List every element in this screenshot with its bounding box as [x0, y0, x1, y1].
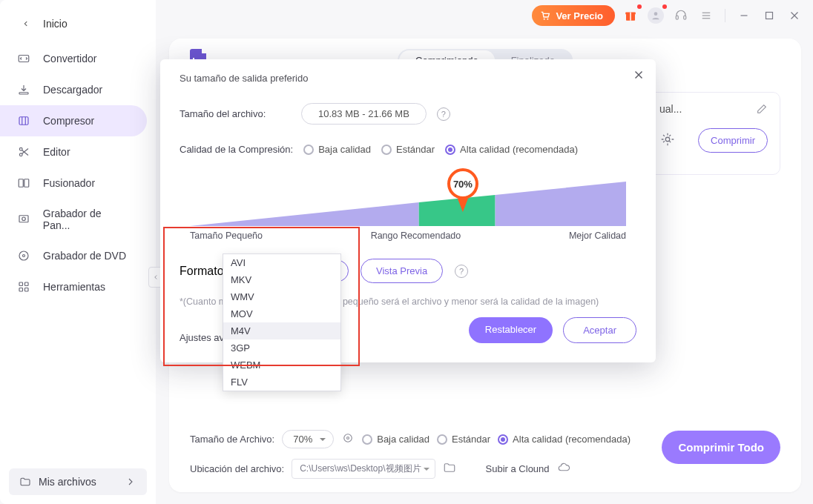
- output-card-title: ual...: [659, 103, 682, 115]
- nav-label: Convertidor: [43, 53, 96, 64]
- wedge-graph: [190, 182, 626, 226]
- menu-button[interactable]: [697, 6, 716, 25]
- modal-close[interactable]: [632, 68, 645, 84]
- back-home[interactable]: Inicio: [0, 10, 156, 43]
- price-label: Ver Precio: [556, 10, 603, 21]
- gift-icon: [624, 9, 637, 22]
- accept-button[interactable]: Aceptar: [563, 317, 636, 343]
- quality-slider[interactable]: 70%: [190, 171, 626, 226]
- quality-std-label: Estándar: [452, 434, 490, 445]
- chevron-left-icon: [152, 273, 159, 281]
- edit-icon[interactable]: [756, 103, 768, 115]
- output-card-action-row: Comprimir: [659, 128, 768, 153]
- mis-archivos-button[interactable]: Mis archivos: [9, 468, 147, 495]
- nav-herramientas[interactable]: Herramientas: [0, 271, 147, 302]
- headset-icon: [674, 9, 688, 22]
- merge-icon: [17, 176, 30, 190]
- svg-point-5: [654, 12, 658, 16]
- reset-size-button[interactable]: [341, 431, 355, 447]
- slider-handle[interactable]: 70%: [447, 168, 478, 199]
- svg-point-28: [19, 251, 28, 260]
- disc-icon: [17, 249, 30, 262]
- quality-low-label: Baja calidad: [377, 434, 429, 445]
- account-button[interactable]: [646, 6, 665, 25]
- settings-button[interactable]: [659, 131, 676, 150]
- nav-label: Grabador de DVD: [43, 250, 126, 262]
- nav-label: Descargador: [43, 84, 102, 96]
- home-label: Inicio: [43, 18, 68, 30]
- svg-rect-16: [19, 93, 28, 94]
- location-field[interactable]: C:\Users\ws\Desktop\视频图片: [292, 459, 435, 479]
- target-icon: [341, 431, 355, 445]
- convert-icon: [17, 52, 30, 65]
- cloud-icon: [557, 461, 570, 474]
- filesize-value[interactable]: 10.83 MB - 21.66 MB: [301, 103, 427, 125]
- quality-low[interactable]: Baja calidad: [303, 144, 371, 155]
- nav-fusionador[interactable]: Fusionador: [0, 168, 147, 199]
- svg-marker-39: [190, 202, 419, 226]
- svg-rect-12: [766, 13, 773, 19]
- download-icon: [17, 83, 30, 96]
- svg-point-21: [19, 153, 22, 156]
- nav-label: Fusionador: [43, 177, 95, 189]
- compress-all-button[interactable]: Comprimir Todo: [662, 431, 780, 464]
- nav-grabador-dvd[interactable]: Grabador de DVD: [0, 240, 147, 271]
- gear-icon: [659, 131, 676, 147]
- quality-high-label: Alta calidad (recomendada): [513, 434, 631, 445]
- svg-point-34: [665, 137, 670, 142]
- close-icon: [632, 68, 645, 82]
- minimize-icon: [737, 9, 751, 22]
- help-icon[interactable]: ?: [455, 265, 468, 278]
- chevron-left-icon: [22, 19, 30, 28]
- nav-convertidor[interactable]: Convertidor: [0, 43, 147, 74]
- price-button[interactable]: Ver Precio: [532, 5, 615, 26]
- gift-button[interactable]: [621, 6, 640, 25]
- close-window-button[interactable]: [785, 6, 804, 25]
- scissors-icon: [17, 145, 30, 159]
- quality-high[interactable]: Alta calidad (recomendada): [445, 144, 578, 155]
- format-option-flv[interactable]: FLV: [223, 374, 340, 391]
- quality-std[interactable]: Estándar: [381, 144, 435, 155]
- user-icon: [651, 10, 661, 21]
- svg-point-35: [344, 434, 352, 442]
- svg-point-0: [544, 19, 545, 20]
- nav-grabador-pantalla[interactable]: Grabador de Pan...: [0, 199, 147, 240]
- minimize-button[interactable]: [734, 6, 754, 25]
- menu-icon: [700, 9, 713, 22]
- help-icon[interactable]: ?: [437, 107, 450, 121]
- cloud-button[interactable]: [557, 461, 570, 477]
- modal-actions: Restablecer Aceptar: [469, 317, 636, 343]
- filesize-select[interactable]: 70%: [282, 430, 334, 448]
- screen-rec-icon: [17, 213, 30, 226]
- nav-descargador[interactable]: Descargador: [0, 74, 147, 105]
- reset-button[interactable]: Restablecer: [469, 317, 553, 343]
- support-button[interactable]: [671, 6, 691, 25]
- quality-low-label: Baja calidad: [318, 144, 371, 155]
- svg-rect-30: [19, 282, 23, 286]
- quality-high[interactable]: Alta calidad (recomendada): [498, 434, 631, 445]
- open-folder-button[interactable]: [443, 461, 456, 477]
- svg-rect-31: [25, 282, 29, 286]
- folder-icon: [19, 476, 31, 488]
- nav-editor[interactable]: Editor: [0, 136, 147, 168]
- nav-label: Grabador de Pan...: [43, 208, 131, 231]
- nav-label: Compresor: [43, 115, 94, 127]
- nav-compresor[interactable]: Compresor: [0, 105, 147, 136]
- quality-low[interactable]: Baja calidad: [362, 434, 429, 445]
- maximize-button[interactable]: [760, 6, 779, 25]
- slider-value: 70%: [453, 179, 473, 190]
- svg-rect-4: [630, 13, 631, 21]
- svg-marker-40: [419, 195, 496, 226]
- sidebar: Inicio Convertidor Descargador Compresor…: [0, 0, 156, 504]
- quality-std[interactable]: Estándar: [437, 434, 490, 445]
- quality-high-label: Alta calidad (recomendada): [460, 144, 578, 155]
- filesize-label: Tamaño del archivo:: [180, 108, 291, 119]
- compress-button[interactable]: Comprimir: [698, 128, 768, 153]
- svg-rect-26: [19, 216, 28, 222]
- svg-rect-25: [24, 179, 29, 188]
- preview-button[interactable]: Vista Previa: [361, 259, 443, 283]
- nav-label: Editor: [43, 146, 70, 158]
- svg-rect-17: [19, 117, 28, 125]
- quality-label: Calidad de la Compresión:: [180, 144, 293, 155]
- compress-icon: [17, 114, 30, 127]
